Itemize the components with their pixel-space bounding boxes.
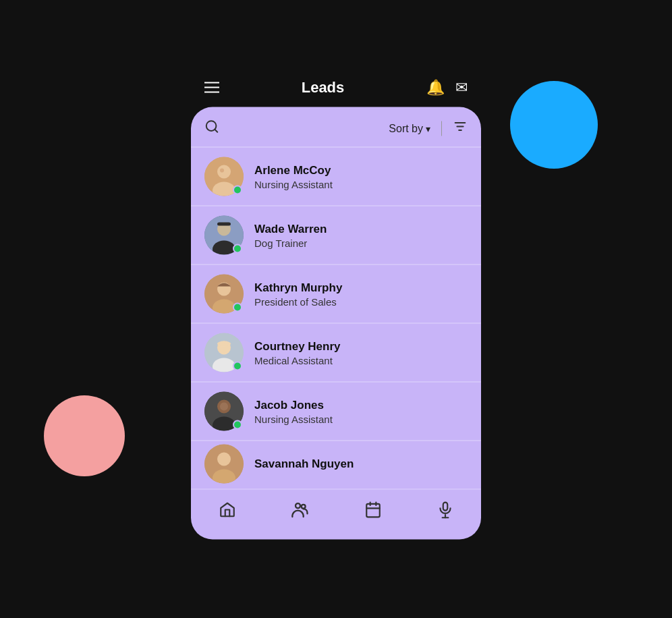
contact-role: President of Sales (254, 296, 342, 307)
contact-info: Savannah Nguyen (254, 457, 354, 470)
contact-item[interactable]: Jacob Jones Nursing Assistant (191, 382, 481, 441)
online-status-dot (233, 420, 242, 430)
bell-icon[interactable]: 🔔 (426, 79, 445, 96)
svg-point-25 (217, 452, 231, 466)
contact-item[interactable]: Courtney Henry Medical Assistant (191, 323, 481, 382)
contact-role: Dog Trainer (254, 237, 327, 248)
svg-point-27 (296, 503, 300, 508)
contact-info: Arlene McCoy Nursing Assistant (254, 163, 333, 190)
contact-list: Arlene McCoy Nursing Assistant (191, 147, 481, 486)
contact-role: Nursing Assistant (254, 178, 333, 190)
contact-name: Kathryn Murphy (254, 281, 342, 294)
avatar-wrap (204, 444, 244, 483)
microphone-nav-icon[interactable] (437, 501, 454, 523)
contact-info: Jacob Jones Nursing Assistant (254, 398, 333, 424)
online-status-dot (233, 186, 242, 195)
sort-by-label: Sort by (389, 122, 423, 134)
contact-name: Arlene McCoy (254, 163, 333, 177)
phone-card: Sort by ▾ (191, 107, 481, 540)
top-bar-icons: 🔔 ✉ (426, 79, 468, 96)
search-filter-row: Sort by ▾ (191, 107, 481, 147)
svg-rect-29 (366, 504, 380, 517)
online-status-dot (233, 244, 242, 254)
home-nav-icon[interactable] (219, 501, 236, 523)
hamburger-menu[interactable] (204, 82, 219, 93)
bottom-nav (191, 489, 481, 540)
contact-role: Medical Assistant (254, 354, 341, 366)
contact-info: Courtney Henry Medical Assistant (254, 339, 341, 366)
svg-point-6 (217, 165, 231, 179)
phone-wrapper: Leads 🔔 ✉ Sort by ▾ (191, 79, 481, 540)
contacts-nav-icon[interactable] (291, 501, 310, 524)
contact-name: Wade Warren (254, 222, 327, 235)
contact-role: Nursing Assistant (254, 413, 333, 424)
contact-name: Jacob Jones (254, 398, 333, 412)
calendar-nav-icon[interactable] (364, 501, 382, 523)
avatar-wrap (204, 333, 244, 372)
chevron-down-icon: ▾ (426, 123, 430, 134)
avatar (204, 444, 244, 483)
contact-item[interactable]: Wade Warren Dog Trainer (191, 206, 481, 264)
sort-by-button[interactable]: Sort by ▾ (389, 122, 430, 134)
contact-name: Courtney Henry (254, 339, 341, 353)
svg-point-28 (301, 505, 305, 509)
contact-item[interactable]: Kathryn Murphy President of Sales (191, 264, 481, 323)
page-title: Leads (302, 79, 345, 96)
avatar-wrap (204, 392, 244, 431)
avatar-wrap (204, 157, 244, 196)
blue-circle-decoration (510, 81, 598, 169)
contact-info: Wade Warren Dog Trainer (254, 222, 327, 248)
svg-line-1 (215, 130, 217, 132)
divider (441, 121, 442, 136)
online-status-dot (233, 303, 242, 312)
top-bar: Leads 🔔 ✉ (191, 79, 481, 107)
contact-info: Kathryn Murphy President of Sales (254, 281, 342, 307)
svg-point-23 (220, 403, 228, 411)
avatar-wrap (204, 216, 244, 255)
filter-icon[interactable] (453, 119, 468, 138)
svg-point-8 (220, 169, 224, 173)
pink-circle-decoration (44, 395, 125, 476)
search-icon[interactable] (204, 119, 219, 138)
mail-icon[interactable]: ✉ (455, 79, 468, 96)
contact-item[interactable]: Savannah Nguyen (191, 441, 481, 486)
svg-rect-33 (443, 503, 447, 511)
svg-rect-12 (217, 223, 231, 226)
avatar-wrap (204, 275, 244, 314)
contact-name: Savannah Nguyen (254, 457, 354, 470)
svg-point-19 (217, 341, 231, 347)
online-status-dot (233, 362, 242, 371)
contact-item[interactable]: Arlene McCoy Nursing Assistant (191, 147, 481, 206)
